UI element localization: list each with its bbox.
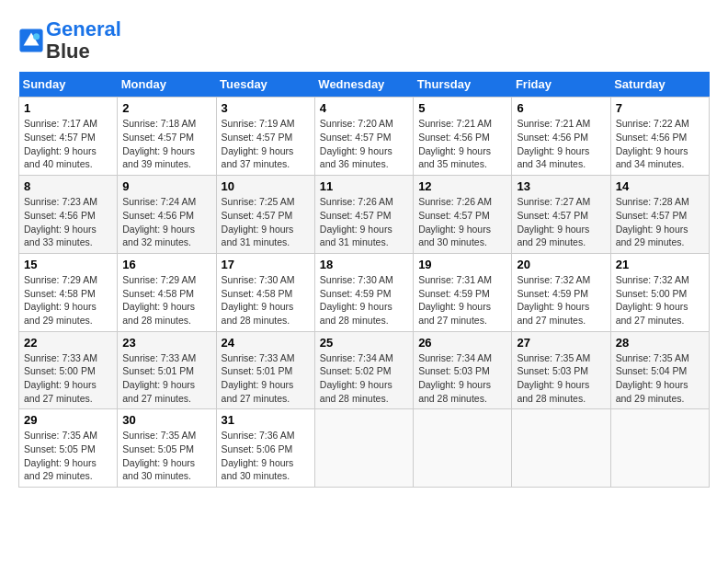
- header: General Blue: [18, 18, 710, 63]
- calendar-day-cell: 1 Sunrise: 7:17 AMSunset: 4:57 PMDayligh…: [19, 98, 118, 176]
- day-info: Sunrise: 7:21 AMSunset: 4:56 PMDaylight:…: [418, 117, 506, 171]
- day-number: 31: [222, 413, 310, 427]
- day-number: 20: [517, 258, 605, 271]
- day-info: Sunrise: 7:28 AMSunset: 4:57 PMDaylight:…: [616, 195, 704, 249]
- weekday-header: Friday: [512, 72, 610, 98]
- calendar-week-row: 1 Sunrise: 7:17 AMSunset: 4:57 PMDayligh…: [19, 98, 710, 176]
- calendar-day-cell: 4 Sunrise: 7:20 AMSunset: 4:57 PMDayligh…: [314, 98, 413, 176]
- day-info: Sunrise: 7:27 AMSunset: 4:57 PMDaylight:…: [517, 195, 605, 249]
- calendar-day-cell: 29 Sunrise: 7:35 AMSunset: 5:05 PMDaylig…: [19, 409, 118, 488]
- day-info: Sunrise: 7:35 AMSunset: 5:03 PMDaylight:…: [517, 351, 605, 406]
- day-info: Sunrise: 7:26 AMSunset: 4:57 PMDaylight:…: [418, 195, 506, 249]
- calendar-day-cell: 14 Sunrise: 7:28 AMSunset: 4:57 PMDaylig…: [610, 176, 709, 254]
- day-number: 1: [24, 101, 112, 115]
- day-info: Sunrise: 7:21 AMSunset: 4:56 PMDaylight:…: [517, 117, 605, 171]
- calendar-day-cell: 15 Sunrise: 7:29 AMSunset: 4:58 PMDaylig…: [19, 253, 118, 331]
- day-info: Sunrise: 7:25 AMSunset: 4:57 PMDaylight:…: [222, 195, 310, 249]
- day-info: Sunrise: 7:22 AMSunset: 4:56 PMDaylight:…: [616, 117, 704, 171]
- svg-point-2: [33, 33, 40, 40]
- day-info: Sunrise: 7:35 AMSunset: 5:04 PMDaylight:…: [616, 351, 704, 406]
- day-info: Sunrise: 7:19 AMSunset: 4:57 PMDaylight:…: [222, 117, 310, 171]
- calendar-day-cell: [610, 409, 709, 488]
- calendar-table: SundayMondayTuesdayWednesdayThursdayFrid…: [18, 72, 710, 488]
- day-number: 12: [418, 179, 506, 193]
- calendar-day-cell: 12 Sunrise: 7:26 AMSunset: 4:57 PMDaylig…: [414, 176, 512, 254]
- day-info: Sunrise: 7:35 AMSunset: 5:05 PMDaylight:…: [122, 429, 210, 483]
- day-number: 22: [24, 336, 112, 350]
- day-number: 26: [418, 336, 506, 350]
- day-number: 18: [320, 258, 408, 271]
- calendar-week-row: 15 Sunrise: 7:29 AMSunset: 4:58 PMDaylig…: [19, 253, 710, 331]
- day-number: 19: [418, 258, 506, 271]
- day-number: 13: [517, 179, 605, 193]
- calendar-day-cell: 8 Sunrise: 7:23 AMSunset: 4:56 PMDayligh…: [19, 176, 118, 254]
- day-info: Sunrise: 7:30 AMSunset: 4:58 PMDaylight:…: [222, 273, 310, 327]
- calendar-day-cell: 31 Sunrise: 7:36 AMSunset: 5:06 PMDaylig…: [216, 409, 314, 488]
- day-number: 4: [320, 101, 408, 115]
- day-info: Sunrise: 7:31 AMSunset: 4:59 PMDaylight:…: [418, 273, 506, 327]
- day-number: 11: [320, 179, 408, 193]
- day-info: Sunrise: 7:23 AMSunset: 4:56 PMDaylight:…: [24, 195, 112, 249]
- calendar-day-cell: 18 Sunrise: 7:30 AMSunset: 4:59 PMDaylig…: [314, 253, 413, 331]
- calendar-day-cell: 7 Sunrise: 7:22 AMSunset: 4:56 PMDayligh…: [610, 98, 709, 176]
- day-info: Sunrise: 7:33 AMSunset: 5:00 PMDaylight:…: [24, 351, 112, 406]
- calendar-day-cell: 25 Sunrise: 7:34 AMSunset: 5:02 PMDaylig…: [314, 331, 413, 409]
- calendar-day-cell: 20 Sunrise: 7:32 AMSunset: 4:59 PMDaylig…: [512, 253, 610, 331]
- weekday-header: Thursday: [414, 72, 512, 98]
- weekday-header: Saturday: [610, 72, 709, 98]
- calendar-day-cell: 24 Sunrise: 7:33 AMSunset: 5:01 PMDaylig…: [216, 331, 314, 409]
- day-number: 28: [616, 336, 704, 350]
- day-number: 25: [320, 336, 408, 350]
- calendar-day-cell: [314, 409, 413, 488]
- calendar-day-cell: 16 Sunrise: 7:29 AMSunset: 4:58 PMDaylig…: [118, 253, 216, 331]
- day-info: Sunrise: 7:17 AMSunset: 4:57 PMDaylight:…: [24, 117, 112, 171]
- day-info: Sunrise: 7:29 AMSunset: 4:58 PMDaylight:…: [24, 273, 112, 327]
- calendar-day-cell: 28 Sunrise: 7:35 AMSunset: 5:04 PMDaylig…: [610, 331, 709, 409]
- day-number: 7: [616, 101, 704, 115]
- day-info: Sunrise: 7:20 AMSunset: 4:57 PMDaylight:…: [320, 117, 408, 171]
- day-number: 2: [122, 101, 210, 115]
- day-number: 27: [517, 336, 605, 350]
- calendar-day-cell: 3 Sunrise: 7:19 AMSunset: 4:57 PMDayligh…: [216, 98, 314, 176]
- calendar-week-row: 8 Sunrise: 7:23 AMSunset: 4:56 PMDayligh…: [19, 176, 710, 254]
- day-info: Sunrise: 7:26 AMSunset: 4:57 PMDaylight:…: [320, 195, 408, 249]
- day-number: 14: [616, 179, 704, 193]
- day-number: 8: [24, 179, 112, 193]
- weekday-header: Monday: [118, 72, 216, 98]
- calendar-day-cell: 30 Sunrise: 7:35 AMSunset: 5:05 PMDaylig…: [118, 409, 216, 488]
- calendar-day-cell: 13 Sunrise: 7:27 AMSunset: 4:57 PMDaylig…: [512, 176, 610, 254]
- calendar-day-cell: 21 Sunrise: 7:32 AMSunset: 5:00 PMDaylig…: [610, 253, 709, 331]
- logo-icon: [18, 28, 44, 53]
- day-number: 16: [122, 258, 210, 271]
- calendar-day-cell: [512, 409, 610, 488]
- day-info: Sunrise: 7:33 AMSunset: 5:01 PMDaylight:…: [122, 351, 210, 406]
- calendar-day-cell: 27 Sunrise: 7:35 AMSunset: 5:03 PMDaylig…: [512, 331, 610, 409]
- calendar-day-cell: 6 Sunrise: 7:21 AMSunset: 4:56 PMDayligh…: [512, 98, 610, 176]
- calendar-body: 1 Sunrise: 7:17 AMSunset: 4:57 PMDayligh…: [19, 98, 710, 488]
- day-number: 15: [24, 258, 112, 271]
- weekday-header: Tuesday: [216, 72, 314, 98]
- calendar-day-cell: 17 Sunrise: 7:30 AMSunset: 4:58 PMDaylig…: [216, 253, 314, 331]
- day-number: 5: [418, 101, 506, 115]
- calendar-day-cell: 26 Sunrise: 7:34 AMSunset: 5:03 PMDaylig…: [414, 331, 512, 409]
- calendar-day-cell: 19 Sunrise: 7:31 AMSunset: 4:59 PMDaylig…: [414, 253, 512, 331]
- weekday-header-row: SundayMondayTuesdayWednesdayThursdayFrid…: [19, 72, 710, 98]
- weekday-header: Sunday: [19, 72, 118, 98]
- calendar-week-row: 22 Sunrise: 7:33 AMSunset: 5:00 PMDaylig…: [19, 331, 710, 409]
- day-info: Sunrise: 7:24 AMSunset: 4:56 PMDaylight:…: [122, 195, 210, 249]
- day-number: 9: [122, 179, 210, 193]
- calendar-day-cell: [414, 409, 512, 488]
- day-info: Sunrise: 7:30 AMSunset: 4:59 PMDaylight:…: [320, 273, 408, 327]
- day-number: 21: [616, 258, 704, 271]
- weekday-header: Wednesday: [314, 72, 413, 98]
- logo: General Blue: [18, 18, 121, 63]
- day-number: 24: [222, 336, 310, 350]
- day-info: Sunrise: 7:29 AMSunset: 4:58 PMDaylight:…: [122, 273, 210, 327]
- day-number: 6: [517, 101, 605, 115]
- calendar-day-cell: 22 Sunrise: 7:33 AMSunset: 5:00 PMDaylig…: [19, 331, 118, 409]
- day-info: Sunrise: 7:34 AMSunset: 5:02 PMDaylight:…: [320, 351, 408, 406]
- day-info: Sunrise: 7:18 AMSunset: 4:57 PMDaylight:…: [122, 117, 210, 171]
- day-number: 23: [122, 336, 210, 350]
- calendar-day-cell: 9 Sunrise: 7:24 AMSunset: 4:56 PMDayligh…: [118, 176, 216, 254]
- calendar-day-cell: 2 Sunrise: 7:18 AMSunset: 4:57 PMDayligh…: [118, 98, 216, 176]
